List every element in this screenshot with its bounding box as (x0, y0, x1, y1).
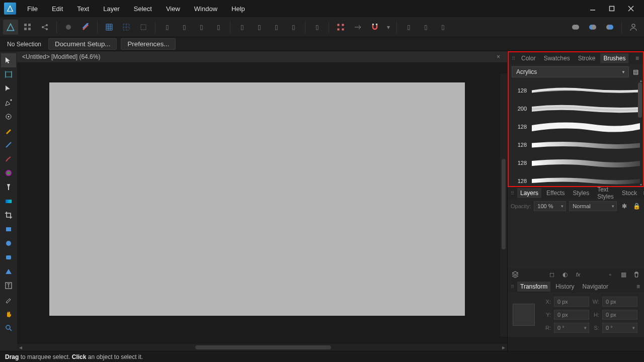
menu-text[interactable]: Text (71, 2, 95, 16)
tab-swatches[interactable]: Swatches (541, 53, 573, 63)
brush-list-view-icon[interactable]: ▤ (631, 67, 640, 76)
delete-layer-icon[interactable] (632, 270, 641, 279)
fx-icon[interactable]: fx (574, 270, 583, 279)
r-input[interactable]: 0 ° (554, 323, 589, 333)
dist-c-icon[interactable]: ▯ (269, 20, 284, 35)
layer-settings-icon[interactable]: ✻ (620, 202, 629, 211)
brush-item[interactable]: 128 (514, 136, 640, 154)
close-document-icon[interactable]: × (495, 53, 502, 60)
menu-help[interactable]: Help (225, 2, 251, 16)
menu-window[interactable]: Window (188, 2, 223, 16)
dist-d-icon[interactable]: ▯ (286, 20, 301, 35)
color-wheel-tool[interactable] (1, 166, 16, 180)
menu-view[interactable]: View (160, 2, 186, 16)
dist-a-icon[interactable]: ▯ (234, 20, 250, 35)
brush-item[interactable]: 200 (514, 100, 640, 118)
tab-navigator[interactable]: Navigator (580, 282, 611, 292)
brush-item[interactable]: 128 (514, 172, 640, 186)
brush-item[interactable]: 128 (514, 81, 640, 100)
tab-layers[interactable]: Layers (517, 188, 541, 198)
layers-stack-icon[interactable] (511, 270, 520, 279)
s-input[interactable]: 0 ° (602, 323, 637, 333)
rect-tool[interactable] (1, 222, 16, 236)
eyedropper-tool[interactable] (1, 293, 16, 307)
transform-icon[interactable] (136, 20, 151, 35)
misc-b-icon[interactable]: ▯ (418, 20, 433, 35)
menu-file[interactable]: File (21, 2, 44, 16)
tab-history[interactable]: History (552, 282, 577, 292)
pencil-tool[interactable] (1, 124, 16, 138)
scrollbar-thumb[interactable] (195, 345, 331, 349)
adjustment-icon[interactable]: ◐ (560, 270, 570, 279)
op-intersect-icon[interactable] (602, 20, 617, 35)
gradient-tool[interactable] (1, 194, 16, 208)
pen-tool[interactable] (1, 96, 16, 110)
arrange-icon[interactable] (20, 20, 35, 35)
tab-effects[interactable]: Effects (543, 188, 568, 198)
align-right-icon[interactable]: ▯ (194, 20, 209, 35)
brush-scrollbar[interactable] (638, 82, 642, 183)
paint-brush-tool[interactable] (1, 152, 16, 166)
tool-btn-a[interactable] (61, 20, 76, 35)
panel-grab-icon[interactable]: ⠿ (511, 284, 513, 290)
maximize-button[interactable] (605, 3, 619, 15)
anchor-widget[interactable] (513, 304, 535, 326)
magnet-icon[interactable] (367, 20, 382, 35)
tab-styles[interactable]: Styles (570, 188, 593, 198)
glass-tool[interactable] (1, 180, 16, 194)
canvas-v-scrollbar[interactable] (500, 73, 507, 337)
preferences-button[interactable]: Preferences... (121, 38, 176, 50)
crop-tool[interactable] (1, 208, 16, 222)
scroll-right-icon[interactable]: ▸ (500, 344, 507, 351)
layers-list[interactable] (508, 213, 644, 268)
artboard-tool[interactable] (1, 67, 16, 81)
hand-tool[interactable] (1, 307, 16, 321)
h-input[interactable]: 0 px (602, 310, 637, 320)
document-tab[interactable]: <Untitled> [Modified] (64.6%) (22, 53, 100, 60)
misc-a-icon[interactable]: ▯ (401, 20, 416, 35)
snap-grid-icon[interactable] (119, 20, 134, 35)
align-top-icon[interactable]: ▯ (211, 20, 226, 35)
misc-c-icon[interactable]: ▯ (435, 20, 450, 35)
tab-transform[interactable]: Transform (517, 282, 550, 292)
panel-grab-icon[interactable]: ⠿ (511, 191, 513, 196)
app-logo-button[interactable] (3, 20, 18, 35)
triangle-tool[interactable] (1, 264, 16, 279)
panel-grab-icon[interactable]: ⠿ (512, 56, 514, 61)
panel-menu-icon[interactable]: ≡ (642, 190, 644, 197)
tool-btn-b[interactable] (78, 20, 93, 35)
scrollbar-thumb[interactable] (502, 159, 506, 249)
order-icon[interactable]: ▯ (309, 20, 325, 35)
opacity-dropdown[interactable]: 100 % (534, 201, 566, 211)
x-input[interactable]: 0 px (554, 297, 589, 307)
op-union-icon[interactable] (568, 20, 583, 35)
tab-stroke[interactable]: Stroke (575, 53, 599, 63)
menu-edit[interactable]: Edit (46, 2, 69, 16)
grid-icon[interactable] (102, 20, 117, 35)
mask-icon[interactable]: ◻ (547, 270, 556, 279)
share-icon[interactable] (37, 20, 52, 35)
canvas[interactable] (49, 82, 465, 316)
w-input[interactable]: 0 px (602, 297, 637, 307)
rounded-rect-tool[interactable] (1, 250, 16, 264)
add-layer-icon[interactable]: ▫ (606, 270, 615, 279)
brush-item[interactable]: 128 (514, 154, 640, 172)
scroll-down-icon[interactable]: ▾ (640, 183, 642, 186)
brush-line-tool[interactable] (1, 138, 16, 152)
close-button[interactable] (624, 3, 638, 15)
panel-menu-icon[interactable]: ≡ (634, 55, 640, 62)
menu-select[interactable]: Select (128, 2, 158, 16)
blend-mode-dropdown[interactable]: Normal (569, 201, 617, 211)
tab-stock[interactable]: Stock (619, 188, 640, 198)
zoom-tool[interactable] (1, 321, 16, 335)
tab-color[interactable]: Color (518, 53, 539, 63)
y-input[interactable]: 0 px (554, 310, 589, 320)
dist-b-icon[interactable]: ▯ (252, 20, 267, 35)
menu-layer[interactable]: Layer (97, 2, 126, 16)
node-tool[interactable] (1, 81, 16, 96)
align-center-icon[interactable]: ▯ (177, 20, 192, 35)
scrollbar-thumb[interactable] (638, 82, 642, 118)
panel-menu-icon[interactable]: ≡ (635, 283, 641, 290)
canvas-viewport[interactable] (17, 62, 507, 344)
text-tool[interactable]: T (1, 279, 16, 293)
